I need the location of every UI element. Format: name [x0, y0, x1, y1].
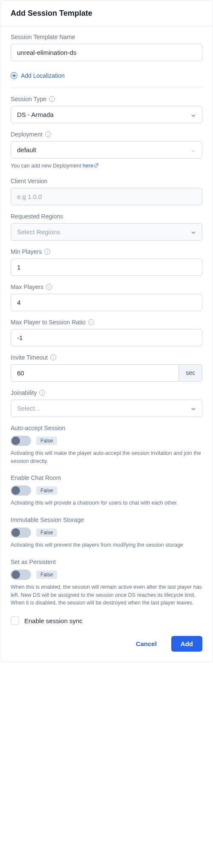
enable-chat-desc: Activating this will provide a chatroom … — [11, 499, 202, 507]
chevron-down-icon — [191, 229, 196, 234]
auto-accept-label: Auto-accept Session — [11, 425, 202, 431]
template-name-label: Session Template Name — [11, 34, 202, 40]
min-players-field: Min Players — [11, 248, 202, 276]
modal-footer: Cancel Add — [0, 628, 213, 662]
persistent-desc: When this is enabled, the session will r… — [11, 583, 202, 607]
modal-body: Session Template Name Add Localization S… — [0, 27, 213, 625]
joinability-select[interactable]: Select... — [11, 400, 202, 417]
max-players-label: Max Players — [11, 284, 202, 290]
immutable-storage-badge: False — [36, 528, 57, 537]
deployment-value: default — [17, 146, 36, 153]
external-link-icon — [94, 162, 98, 166]
modal-title: Add Session Template — [11, 9, 202, 18]
info-icon[interactable] — [45, 131, 51, 137]
add-session-template-modal: Add Session Template Session Template Na… — [0, 0, 213, 662]
info-icon[interactable] — [46, 284, 52, 290]
invite-timeout-unit: sec — [178, 364, 202, 382]
session-type-label: Session Type — [11, 96, 202, 102]
deployment-hint: You can add new Deployment here — [11, 162, 202, 170]
session-type-select[interactable]: DS - Armada — [11, 106, 202, 123]
template-name-field: Session Template Name — [11, 34, 202, 61]
requested-regions-select[interactable]: Select Regions — [11, 223, 202, 241]
deployment-select[interactable]: default — [11, 141, 202, 159]
client-version-field: Client Version — [11, 178, 202, 205]
max-player-ratio-input[interactable] — [11, 329, 202, 346]
info-icon[interactable] — [88, 319, 94, 325]
auto-accept-badge: False — [36, 437, 57, 445]
info-icon[interactable] — [44, 249, 50, 255]
immutable-storage-field: Immutable Session Storage False Activati… — [11, 516, 202, 549]
session-type-value: DS - Armada — [17, 111, 54, 118]
max-players-field: Max Players — [11, 284, 202, 311]
joinability-field: Joinability Select... — [11, 389, 202, 417]
auto-accept-toggle[interactable] — [11, 436, 31, 446]
enable-chat-label: Enable Chat Room — [11, 474, 202, 481]
auto-accept-desc: Activating this will make the player aut… — [11, 449, 202, 465]
persistent-field: Set as Persistent False When this is ena… — [11, 559, 202, 607]
chevron-down-icon — [191, 406, 196, 411]
invite-timeout-group: sec — [11, 364, 202, 382]
enable-chat-toggle[interactable] — [11, 485, 31, 496]
invite-timeout-label: Invite Timeout — [11, 354, 202, 361]
immutable-storage-desc: Activating this will prevent the players… — [11, 541, 202, 549]
persistent-toggle[interactable] — [11, 570, 31, 580]
max-players-input[interactable] — [11, 294, 202, 311]
session-sync-label: Enable session sync — [24, 617, 83, 624]
add-localization-label: Add Localization — [21, 72, 65, 79]
chevron-down-icon — [191, 148, 196, 153]
divider — [11, 88, 202, 88]
requested-regions-label: Requested Regions — [11, 213, 202, 220]
invite-timeout-input[interactable] — [11, 364, 178, 382]
session-sync-checkbox[interactable] — [11, 616, 19, 625]
deployment-label: Deployment — [11, 131, 202, 138]
immutable-storage-label: Immutable Session Storage — [11, 516, 202, 523]
modal-header: Add Session Template — [0, 0, 213, 27]
enable-chat-field: Enable Chat Room False Activating this w… — [11, 474, 202, 507]
requested-regions-placeholder: Select Regions — [17, 228, 60, 235]
info-icon[interactable] — [50, 355, 56, 360]
info-icon[interactable] — [39, 390, 45, 396]
chevron-down-icon — [191, 112, 196, 117]
plus-circle-icon — [11, 72, 17, 79]
min-players-label: Min Players — [11, 248, 202, 255]
invite-timeout-field: Invite Timeout sec — [11, 354, 202, 382]
deployment-field: Deployment default You can add new Deplo… — [11, 131, 202, 170]
requested-regions-field: Requested Regions Select Regions — [11, 213, 202, 241]
persistent-label: Set as Persistent — [11, 559, 202, 565]
enable-chat-badge: False — [36, 486, 57, 495]
max-player-ratio-field: Max Player to Session Ratio — [11, 319, 202, 346]
auto-accept-field: Auto-accept Session False Activating thi… — [11, 425, 202, 465]
cancel-button[interactable]: Cancel — [127, 636, 166, 652]
persistent-badge: False — [36, 570, 57, 579]
joinability-label: Joinability — [11, 389, 202, 396]
add-localization-button[interactable]: Add Localization — [11, 69, 202, 80]
max-player-ratio-label: Max Player to Session Ratio — [11, 319, 202, 326]
deployment-here-link[interactable]: here — [83, 163, 93, 169]
immutable-storage-toggle[interactable] — [11, 528, 31, 538]
session-sync-row: Enable session sync — [11, 616, 202, 625]
session-type-field: Session Type DS - Armada — [11, 96, 202, 123]
min-players-input[interactable] — [11, 258, 202, 276]
info-icon[interactable] — [49, 96, 55, 102]
add-button[interactable]: Add — [171, 636, 202, 652]
joinability-placeholder: Select... — [17, 405, 40, 412]
client-version-input[interactable] — [11, 188, 202, 205]
client-version-label: Client Version — [11, 178, 202, 184]
template-name-input[interactable] — [11, 44, 202, 61]
